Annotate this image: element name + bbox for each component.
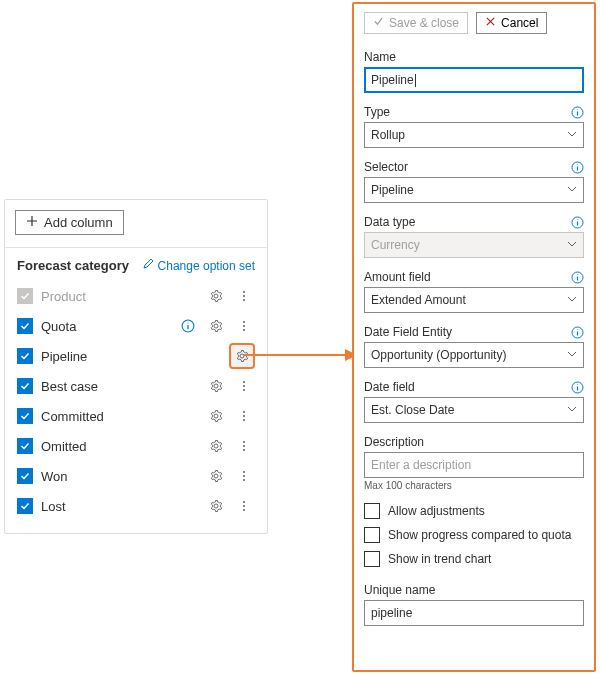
svg-point-16 (243, 471, 245, 473)
callout-arrow (244, 354, 356, 356)
column-checkbox[interactable] (17, 498, 33, 514)
info-icon[interactable] (177, 315, 199, 337)
description-field[interactable]: Enter a description (364, 452, 584, 478)
svg-point-7 (243, 381, 245, 383)
column-label: Pipeline (41, 349, 229, 364)
column-label: Committed (41, 409, 205, 424)
dateentity-value: Opportunity (Opportunity) (371, 348, 506, 362)
cancel-button[interactable]: Cancel (476, 12, 547, 34)
checkbox-icon (364, 503, 380, 519)
more-icon[interactable] (233, 285, 255, 307)
name-field[interactable]: Pipeline (364, 67, 584, 93)
gear-icon[interactable] (205, 435, 227, 457)
chevron-down-icon (567, 128, 577, 142)
svg-point-21 (243, 509, 245, 511)
type-label: Type (364, 105, 390, 119)
selector-value: Pipeline (371, 183, 414, 197)
more-icon[interactable] (233, 465, 255, 487)
svg-point-11 (243, 415, 245, 417)
change-option-set-link[interactable]: Change option set (142, 258, 255, 273)
gear-icon[interactable] (205, 315, 227, 337)
checkbox-icon (364, 527, 380, 543)
more-icon[interactable] (233, 375, 255, 397)
column-checkbox[interactable] (17, 468, 33, 484)
description-placeholder: Enter a description (371, 458, 471, 472)
chevron-down-icon (567, 348, 577, 362)
gear-icon[interactable] (205, 405, 227, 427)
save-close-label: Save & close (389, 16, 459, 30)
svg-point-6 (243, 329, 245, 331)
column-checkbox[interactable] (17, 348, 33, 364)
gear-icon[interactable] (229, 343, 255, 369)
svg-point-14 (243, 445, 245, 447)
show-progress-checkbox[interactable]: Show progress compared to quota (364, 527, 584, 543)
svg-point-0 (243, 291, 245, 293)
checkbox-icon (364, 551, 380, 567)
column-checkbox[interactable] (17, 318, 33, 334)
gear-icon[interactable] (205, 285, 227, 307)
description-label: Description (364, 435, 424, 449)
amount-select[interactable]: Extended Amount (364, 287, 584, 313)
selector-select[interactable]: Pipeline (364, 177, 584, 203)
info-icon[interactable] (571, 161, 584, 174)
save-close-button: Save & close (364, 12, 468, 34)
column-label: Product (41, 289, 205, 304)
svg-point-12 (243, 419, 245, 421)
gear-icon[interactable] (205, 375, 227, 397)
info-icon[interactable] (571, 326, 584, 339)
row-actions (229, 343, 255, 369)
svg-point-5 (243, 325, 245, 327)
show-progress-label: Show progress compared to quota (388, 528, 571, 542)
show-trend-checkbox[interactable]: Show in trend chart (364, 551, 584, 567)
type-select[interactable]: Rollup (364, 122, 584, 148)
more-icon[interactable] (233, 405, 255, 427)
column-checkbox[interactable] (17, 378, 33, 394)
svg-point-17 (243, 475, 245, 477)
svg-point-2 (243, 299, 245, 301)
chevron-down-icon (567, 238, 577, 252)
unique-name-field[interactable]: pipeline (364, 600, 584, 626)
row-actions (205, 435, 255, 457)
row-actions (205, 495, 255, 517)
row-actions (177, 315, 255, 337)
description-hint: Max 100 characters (364, 480, 584, 491)
info-icon[interactable] (571, 216, 584, 229)
column-checkbox (17, 288, 33, 304)
column-row: Committed (17, 401, 255, 431)
more-icon[interactable] (233, 435, 255, 457)
info-icon[interactable] (571, 106, 584, 119)
show-trend-label: Show in trend chart (388, 552, 491, 566)
more-icon[interactable] (233, 315, 255, 337)
add-column-button[interactable]: Add column (15, 210, 124, 235)
row-actions (205, 375, 255, 397)
datefield-value: Est. Close Date (371, 403, 454, 417)
amount-value: Extended Amount (371, 293, 466, 307)
column-row: Best case (17, 371, 255, 401)
gear-icon[interactable] (205, 495, 227, 517)
allow-adjustments-checkbox[interactable]: Allow adjustments (364, 503, 584, 519)
info-icon[interactable] (571, 271, 584, 284)
column-row: Quota (17, 311, 255, 341)
svg-point-20 (243, 505, 245, 507)
datatype-label: Data type (364, 215, 415, 229)
gear-icon[interactable] (205, 465, 227, 487)
svg-point-10 (243, 411, 245, 413)
column-label: Lost (41, 499, 205, 514)
row-actions (205, 285, 255, 307)
column-checkbox[interactable] (17, 408, 33, 424)
more-icon[interactable] (233, 495, 255, 517)
datefield-select[interactable]: Est. Close Date (364, 397, 584, 423)
section-title: Forecast category (17, 258, 129, 273)
column-row: Lost (17, 491, 255, 521)
dateentity-select[interactable]: Opportunity (Opportunity) (364, 342, 584, 368)
chevron-down-icon (567, 183, 577, 197)
amount-label: Amount field (364, 270, 431, 284)
column-checkbox[interactable] (17, 438, 33, 454)
column-label: Quota (41, 319, 177, 334)
column-label: Omitted (41, 439, 205, 454)
add-column-label: Add column (44, 215, 113, 230)
svg-point-8 (243, 385, 245, 387)
change-option-set-label: Change option set (158, 259, 255, 273)
info-icon[interactable] (571, 381, 584, 394)
svg-point-1 (243, 295, 245, 297)
